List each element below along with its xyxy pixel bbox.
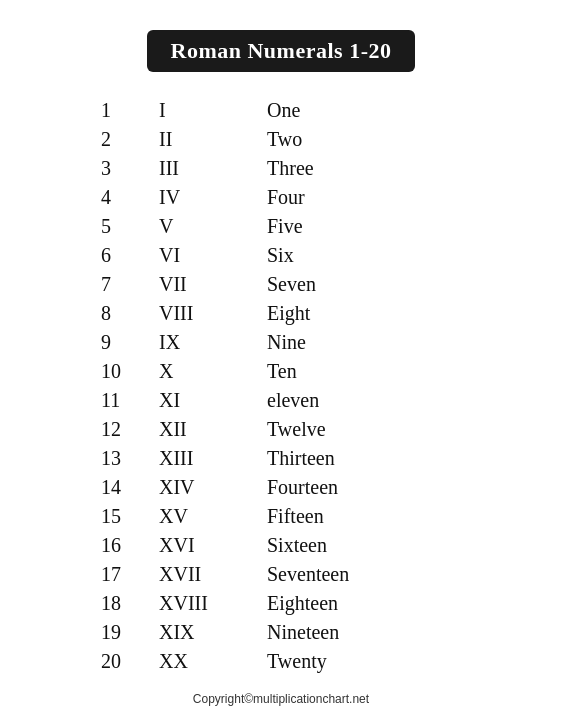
table-row: 17XVIISeventeen [41, 560, 521, 589]
roman-cell: V [129, 212, 259, 241]
table-row: 15XVFifteen [41, 502, 521, 531]
number-cell: 15 [41, 502, 129, 531]
number-cell: 17 [41, 560, 129, 589]
number-cell: 14 [41, 473, 129, 502]
roman-cell: VII [129, 270, 259, 299]
word-cell: Twenty [259, 647, 521, 676]
table-row: 12XIITwelve [41, 415, 521, 444]
word-cell: Ten [259, 357, 521, 386]
word-cell: Five [259, 212, 521, 241]
roman-cell: X [129, 357, 259, 386]
number-cell: 4 [41, 183, 129, 212]
number-cell: 1 [41, 96, 129, 125]
number-cell: 16 [41, 531, 129, 560]
word-cell: Three [259, 154, 521, 183]
table-row: 6VISix [41, 241, 521, 270]
number-cell: 10 [41, 357, 129, 386]
word-cell: Fifteen [259, 502, 521, 531]
word-cell: Nine [259, 328, 521, 357]
number-cell: 8 [41, 299, 129, 328]
table-row: 20XXTwenty [41, 647, 521, 676]
number-cell: 12 [41, 415, 129, 444]
copyright-text: Copyright©multiplicationchart.net [193, 692, 369, 706]
table-row: 11XIeleven [41, 386, 521, 415]
roman-cell: XI [129, 386, 259, 415]
roman-cell: II [129, 125, 259, 154]
roman-cell: III [129, 154, 259, 183]
number-cell: 3 [41, 154, 129, 183]
word-cell: eleven [259, 386, 521, 415]
table-row: 9IXNine [41, 328, 521, 357]
table-row: 5VFive [41, 212, 521, 241]
table-row: 4IVFour [41, 183, 521, 212]
word-cell: Twelve [259, 415, 521, 444]
number-cell: 18 [41, 589, 129, 618]
roman-cell: VI [129, 241, 259, 270]
roman-cell: IV [129, 183, 259, 212]
table-row: 14XIVFourteen [41, 473, 521, 502]
word-cell: Fourteen [259, 473, 521, 502]
table-row: 18XVIIIEighteen [41, 589, 521, 618]
table-row: 19XIXNineteen [41, 618, 521, 647]
word-cell: One [259, 96, 521, 125]
roman-cell: IX [129, 328, 259, 357]
number-cell: 2 [41, 125, 129, 154]
page-title: Roman Numerals 1-20 [147, 30, 416, 72]
table-row: 3IIIThree [41, 154, 521, 183]
word-cell: Six [259, 241, 521, 270]
table-row: 8VIIIEight [41, 299, 521, 328]
word-cell: Eight [259, 299, 521, 328]
word-cell: Eighteen [259, 589, 521, 618]
word-cell: Four [259, 183, 521, 212]
roman-cell: I [129, 96, 259, 125]
roman-cell: VIII [129, 299, 259, 328]
number-cell: 20 [41, 647, 129, 676]
word-cell: Seven [259, 270, 521, 299]
roman-cell: XVI [129, 531, 259, 560]
roman-cell: XIX [129, 618, 259, 647]
word-cell: Thirteen [259, 444, 521, 473]
roman-cell: XIV [129, 473, 259, 502]
roman-cell: XV [129, 502, 259, 531]
table-row: 10XTen [41, 357, 521, 386]
roman-cell: XVII [129, 560, 259, 589]
number-cell: 11 [41, 386, 129, 415]
number-cell: 5 [41, 212, 129, 241]
roman-cell: XVIII [129, 589, 259, 618]
number-cell: 6 [41, 241, 129, 270]
number-cell: 7 [41, 270, 129, 299]
table-row: 16XVISixteen [41, 531, 521, 560]
word-cell: Sixteen [259, 531, 521, 560]
number-cell: 9 [41, 328, 129, 357]
table-row: 7VIISeven [41, 270, 521, 299]
number-cell: 13 [41, 444, 129, 473]
table-row: 1IOne [41, 96, 521, 125]
roman-cell: XX [129, 647, 259, 676]
roman-cell: XIII [129, 444, 259, 473]
table-row: 13XIIIThirteen [41, 444, 521, 473]
word-cell: Seventeen [259, 560, 521, 589]
numerals-table: 1IOne2IITwo3IIIThree4IVFour5VFive6VISix7… [41, 96, 521, 676]
number-cell: 19 [41, 618, 129, 647]
word-cell: Nineteen [259, 618, 521, 647]
table-row: 2IITwo [41, 125, 521, 154]
roman-cell: XII [129, 415, 259, 444]
word-cell: Two [259, 125, 521, 154]
